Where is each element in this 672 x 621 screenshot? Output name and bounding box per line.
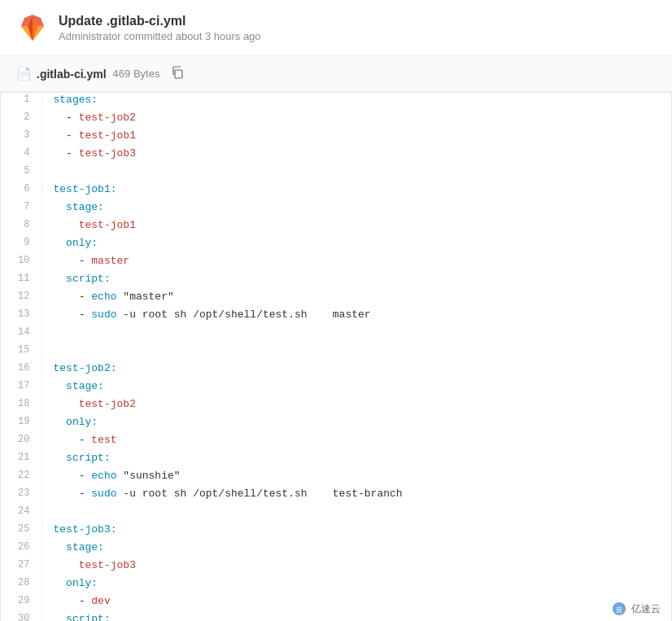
table-row: 7 stage: xyxy=(1,200,671,218)
table-row: 24 xyxy=(1,505,671,523)
line-code: stage: xyxy=(41,379,671,397)
line-number: 24 xyxy=(1,505,41,523)
table-row: 4 - test-job3 xyxy=(1,147,671,164)
file-size: 469 Bytes xyxy=(113,68,160,80)
table-row: 27 test-job3 xyxy=(1,558,671,576)
table-row: 3 - test-job1 xyxy=(1,129,671,147)
code-table: 1stages:2 - test-job23 - test-job14 - te… xyxy=(1,93,671,621)
svg-rect-6 xyxy=(175,70,182,78)
line-number: 3 xyxy=(1,129,41,147)
line-number: 6 xyxy=(1,182,41,200)
table-row: 26 stage: xyxy=(1,540,671,558)
line-number: 11 xyxy=(1,272,41,290)
line-number: 19 xyxy=(1,415,41,433)
table-row: 20 - test xyxy=(1,433,671,451)
line-number: 25 xyxy=(1,523,41,540)
line-code xyxy=(41,326,671,343)
table-row: 30 script: xyxy=(1,612,671,621)
line-number: 23 xyxy=(1,487,41,505)
line-number: 10 xyxy=(1,254,41,272)
table-row: 21 script: xyxy=(1,451,671,469)
line-code: test-job1: xyxy=(41,182,671,200)
line-number: 29 xyxy=(1,594,41,612)
line-number: 13 xyxy=(1,308,41,326)
line-code: script: xyxy=(41,272,671,290)
line-number: 12 xyxy=(1,290,41,308)
commit-header: Update .gitlab-ci.yml Administrator comm… xyxy=(0,0,672,56)
line-number: 20 xyxy=(1,433,41,451)
line-code: - test-job2 xyxy=(41,111,671,129)
commit-subtitle: Administrator committed about 3 hours ag… xyxy=(59,30,261,42)
line-code: only: xyxy=(41,576,671,594)
table-row: 22 - echo "sunshie" xyxy=(1,469,671,487)
line-number: 1 xyxy=(1,93,41,111)
line-code: test-job3 xyxy=(41,558,671,576)
line-number: 26 xyxy=(1,540,41,558)
table-row: 19 only: xyxy=(1,415,671,433)
line-number: 9 xyxy=(1,236,41,254)
line-code: - sudo -u root sh /opt/shell/test.sh mas… xyxy=(41,308,671,326)
table-row: 18 test-job2 xyxy=(1,397,671,415)
file-name: .gitlab-ci.yml xyxy=(37,68,107,81)
file-bar: 📄 .gitlab-ci.yml 469 Bytes xyxy=(0,56,672,92)
table-row: 17 stage: xyxy=(1,379,671,397)
table-row: 6test-job1: xyxy=(1,182,671,200)
copy-button[interactable] xyxy=(168,64,187,83)
line-number: 28 xyxy=(1,576,41,594)
table-row: 8 test-job1 xyxy=(1,218,671,236)
line-code: test-job2 xyxy=(41,397,671,415)
line-code: script: xyxy=(41,451,671,469)
file-icon: 📄 xyxy=(16,67,32,81)
code-container: 1stages:2 - test-job23 - test-job14 - te… xyxy=(0,92,672,621)
line-code: script: xyxy=(41,612,671,621)
line-code: only: xyxy=(41,415,671,433)
line-code: test-job1 xyxy=(41,218,671,236)
line-code: only: xyxy=(41,236,671,254)
table-row: 29 - dev xyxy=(1,594,671,612)
line-code: - echo "master" xyxy=(41,290,671,308)
line-number: 2 xyxy=(1,111,41,129)
table-row: 28 only: xyxy=(1,576,671,594)
table-row: 10 - master xyxy=(1,254,671,272)
line-number: 21 xyxy=(1,451,41,469)
line-code: - master xyxy=(41,254,671,272)
svg-text:云: 云 xyxy=(616,606,622,614)
table-row: 13 - sudo -u root sh /opt/shell/test.sh … xyxy=(1,308,671,326)
table-row: 16test-job2: xyxy=(1,361,671,379)
line-number: 5 xyxy=(1,164,41,182)
line-code xyxy=(41,164,671,182)
table-row: 9 only: xyxy=(1,236,671,254)
line-code: - test xyxy=(41,433,671,451)
table-row: 5 xyxy=(1,164,671,182)
table-row: 11 script: xyxy=(1,272,671,290)
line-code: - echo "sunshie" xyxy=(41,469,671,487)
line-number: 14 xyxy=(1,326,41,343)
brand-name: 亿速云 xyxy=(631,602,661,616)
line-code: test-job3: xyxy=(41,523,671,540)
line-number: 30 xyxy=(1,612,41,621)
line-code: - sudo -u root sh /opt/shell/test.sh tes… xyxy=(41,487,671,505)
line-code: - test-job3 xyxy=(41,147,671,164)
line-number: 27 xyxy=(1,558,41,576)
line-number: 7 xyxy=(1,200,41,218)
line-number: 17 xyxy=(1,379,41,397)
brand-icon: 云 xyxy=(612,601,626,616)
copy-icon xyxy=(171,66,184,79)
table-row: 25test-job3: xyxy=(1,523,671,540)
footer: 云 亿速云 xyxy=(600,597,672,621)
line-number: 4 xyxy=(1,147,41,164)
line-code: test-job2: xyxy=(41,361,671,379)
table-row: 12 - echo "master" xyxy=(1,290,671,308)
line-code: stages: xyxy=(41,93,671,111)
line-number: 22 xyxy=(1,469,41,487)
gitlab-logo-icon xyxy=(16,11,49,44)
table-row: 23 - sudo -u root sh /opt/shell/test.sh … xyxy=(1,487,671,505)
table-row: 1stages: xyxy=(1,93,671,111)
line-code: - dev xyxy=(41,594,671,612)
line-code xyxy=(41,505,671,523)
line-code xyxy=(41,343,671,361)
line-number: 8 xyxy=(1,218,41,236)
commit-title: Update .gitlab-ci.yml xyxy=(59,14,261,28)
line-number: 18 xyxy=(1,397,41,415)
commit-info: Update .gitlab-ci.yml Administrator comm… xyxy=(59,14,261,42)
